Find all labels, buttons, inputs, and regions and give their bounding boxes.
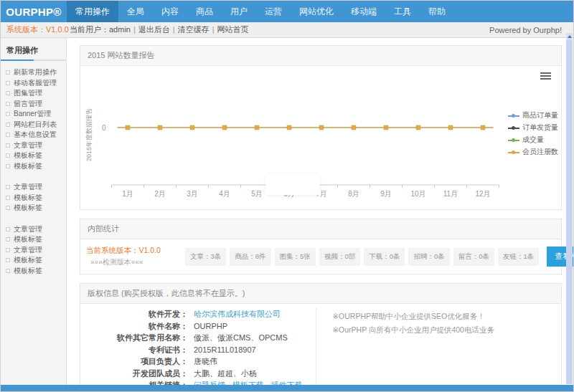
nav-item-8[interactable]: 工具 (385, 1, 420, 22)
copyright-row: 软件名称：OURPHP (80, 320, 316, 333)
nav-item-5[interactable]: 运营 (256, 1, 291, 22)
sidebar-item[interactable]: 文章管理 (1, 224, 66, 235)
x-tick-label: 12月 (475, 190, 490, 198)
data-point[interactable] (448, 125, 453, 130)
sidebar-item[interactable]: 模板标签 (1, 266, 66, 277)
x-tick-label: 9月 (380, 190, 392, 198)
stat-badge: 文章：3条 (185, 248, 226, 266)
stats-body: 当前系统版本：V1.0.0 »»»检测版本««« 文章：3条商品：8件图集：5张… (80, 239, 561, 274)
sidebar-item[interactable]: 移动客服管理 (1, 78, 66, 89)
copyright-rows: 软件开发：哈尔滨伟成科技有限公司软件名称：OURPHP软件其它常用名称：傲派、傲… (80, 308, 316, 386)
legend-item[interactable]: 成交量 (508, 135, 558, 145)
user-info: 当前用户：admin|退出后台|清空缓存|网站首页 (67, 24, 489, 35)
hamburger-icon[interactable] (540, 72, 551, 81)
license-note: ※OURPHP帮助中小企业提供SEO优化服务！ (332, 310, 554, 323)
legend-item[interactable]: 订单发货量 (508, 123, 558, 133)
data-point[interactable] (384, 125, 388, 130)
sidebar-item[interactable]: 留言管理 (1, 99, 66, 110)
nav-item-3[interactable]: 商品 (187, 1, 222, 22)
current-user-label: 当前用户：admin (70, 25, 131, 34)
data-point[interactable] (126, 125, 130, 130)
user-link[interactable]: 清空缓存 (178, 25, 210, 34)
footer-bar (1, 385, 573, 391)
legend-item[interactable]: 会员注册数 (508, 147, 558, 157)
sidebar-item[interactable]: 文章管理 (1, 140, 66, 151)
sidebar-item[interactable]: 基本信息设置 (1, 130, 66, 140)
sidebar-item[interactable]: 图集管理 (1, 88, 66, 99)
sidebar-item[interactable]: 刷新常用操作 (1, 67, 66, 78)
data-point[interactable] (158, 125, 162, 130)
x-tick-label: 10月 (410, 190, 425, 198)
nav-item-9[interactable]: 帮助 (420, 1, 454, 22)
sidebar-item[interactable]: Banner管理 (1, 109, 66, 120)
sidebar-item-label: 网站栏目列表 (14, 120, 57, 128)
legend-item[interactable]: 商品订单量 (508, 110, 558, 120)
copyright-body: 软件开发：哈尔滨伟成科技有限公司软件名称：OURPHP软件其它常用名称：傲派、傲… (80, 304, 561, 386)
copyright-row: 软件其它常用名称：傲派、傲派CMS、OPCMS (80, 332, 316, 344)
bullet-icon (6, 227, 10, 231)
nav-item-7[interactable]: 移动端 (342, 1, 385, 22)
sidebar-title: 常用操作 (1, 42, 66, 59)
scroll-up-icon[interactable] (566, 33, 573, 40)
nav-item-4[interactable]: 用户 (222, 1, 256, 22)
copyright-row-label: 开发团队成员： (80, 368, 188, 380)
copyright-row-value: OURPHP (188, 320, 227, 333)
sidebar-item[interactable]: 模板标签 (1, 255, 66, 266)
powered-by: Powered by Ourphp! (489, 26, 573, 34)
user-link[interactable]: 网站首页 (217, 25, 249, 34)
legend-marker-icon (508, 125, 519, 130)
bullet-icon (6, 164, 10, 168)
data-point[interactable] (319, 125, 324, 130)
sidebar-item-label: 模板标签 (14, 235, 42, 243)
data-point[interactable] (352, 125, 356, 130)
license-note: ※OurPHP 向所有中小企业用户提供400电话业务 (332, 323, 554, 337)
bullet-icon (6, 143, 10, 148)
user-link[interactable]: 退出后台 (138, 25, 170, 34)
separator: | (173, 25, 175, 34)
sidebar-item-label: 文章管理 (14, 183, 42, 191)
sidebar-item[interactable]: 模板标签 (1, 193, 66, 204)
scrollbar[interactable] (566, 33, 573, 384)
data-point[interactable] (416, 125, 420, 130)
nav-item-1[interactable]: 全局 (118, 1, 153, 22)
data-point[interactable] (190, 125, 194, 130)
copyright-row: 软件开发：哈尔滨伟成科技有限公司 (80, 308, 316, 320)
bullet-icon (6, 153, 10, 158)
bullet-icon (6, 196, 10, 200)
bullet-icon (6, 102, 10, 106)
sidebar-item[interactable]: 网站栏目列表 (1, 120, 66, 130)
sidebar-item[interactable]: 文章管理 (1, 182, 66, 193)
current-version: 当前系统版本：V1.0.0 (86, 246, 185, 256)
copyright-row-value: 唐晓伟 (188, 355, 217, 368)
data-point[interactable] (287, 125, 291, 130)
copyright-row-link[interactable]: 哈尔滨伟成科技有限公司 (188, 308, 281, 320)
sidebar-item[interactable]: 文章管理 (1, 245, 66, 256)
sidebar-item[interactable]: 模板标签 (1, 150, 66, 161)
check-version-link[interactable]: »»»检测版本««« (86, 257, 185, 267)
sidebar-item[interactable]: 模板标签 (1, 234, 66, 245)
y-axis-label: 2015年度数据报告 (85, 108, 93, 161)
x-tick-label: 8月 (348, 190, 359, 198)
data-point[interactable] (481, 125, 485, 130)
bullet-icon (6, 248, 10, 252)
top-nav: 常用操作全局内容商品用户运营网站优化移动端工具帮助 (67, 1, 454, 22)
nav-item-0[interactable]: 常用操作 (67, 1, 118, 22)
sidebar-item-label: 基本信息设置 (14, 130, 57, 138)
sidebar-item-label: 刷新常用操作 (14, 68, 57, 76)
nav-item-6[interactable]: 网站优化 (291, 1, 342, 22)
nav-item-2[interactable]: 内容 (153, 1, 187, 22)
sidebar-item[interactable]: 模板标签 (1, 203, 66, 214)
data-point[interactable] (255, 125, 259, 130)
bullet-icon (6, 185, 10, 189)
copyright-row: 专利证书：2015R11L018907 (80, 344, 316, 356)
data-point[interactable] (222, 125, 227, 130)
sidebar-item[interactable]: 模板标签 (1, 161, 66, 172)
content-area: 2015 网站数量报告 1月2月3月4月5月6月7月8月9月10月11月12月0… (67, 38, 573, 386)
legend-label: 商品订单量 (522, 110, 558, 120)
x-tick-label: 1月 (122, 190, 133, 198)
chart-panel: 2015 网站数量报告 1月2月3月4月5月6月7月8月9月10月11月12月0… (80, 45, 562, 210)
copyright-panel-title: 版权信息 (购买授权版，此信息将不在显示。) (80, 284, 561, 304)
logo: OURPHP® (1, 1, 67, 22)
y-tick-label: 0 (102, 124, 106, 132)
chart-body: 1月2月3月4月5月6月7月8月9月10月11月12月02015年度数据报告 商… (80, 66, 561, 209)
